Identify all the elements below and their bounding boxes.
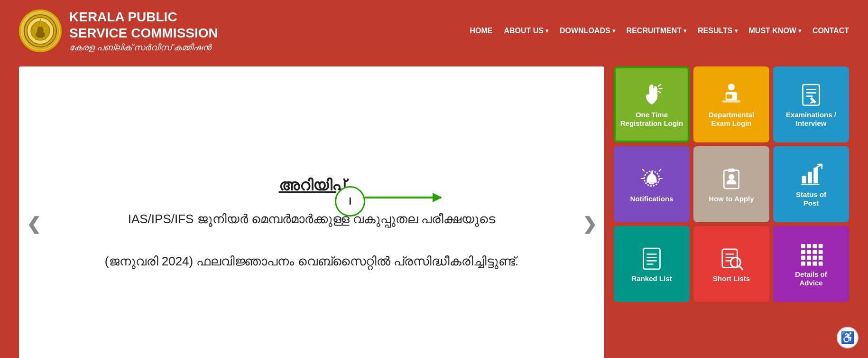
bell-icon	[638, 165, 665, 192]
svg-rect-53	[807, 250, 811, 254]
svg-line-23	[643, 170, 645, 171]
slider-next-button[interactable]: ❯	[582, 214, 597, 234]
svg-rect-30	[802, 176, 806, 184]
nav-about-us[interactable]: ABOUT US ▾	[504, 27, 548, 35]
tile-dept-label: Departmental Exam Login	[709, 111, 754, 128]
downloads-dropdown-arrow: ▾	[612, 28, 615, 34]
hand-touch-icon	[638, 81, 665, 108]
svg-rect-49	[807, 244, 811, 248]
svg-rect-54	[813, 250, 817, 254]
nav-downloads[interactable]: DOWNLOADS ▾	[560, 27, 615, 35]
emblem-inner	[21, 12, 59, 50]
tile-ranked-label: Ranked List	[631, 274, 672, 283]
tile-short-label: Short Lists	[713, 274, 750, 283]
results-dropdown-arrow: ▾	[735, 28, 738, 34]
magnifier-list-icon	[718, 245, 745, 272]
svg-rect-28	[728, 169, 735, 172]
svg-rect-12	[727, 94, 732, 99]
tile-status-label: Status of Post	[796, 190, 826, 207]
slide-content: അറിയിപ്പ് IAS/IPS/IFS ജൂനിയർ മെമ്പർമാർക്…	[105, 177, 518, 272]
svg-rect-58	[813, 256, 817, 260]
nav-contact[interactable]: CONTACT	[813, 27, 849, 35]
tile-exam-label: Examinations / Interview	[786, 111, 836, 128]
svg-line-24	[659, 170, 661, 171]
svg-rect-11	[722, 100, 741, 102]
tile-status-of-post[interactable]: Status of Post	[773, 146, 849, 222]
accessibility-button[interactable]: ♿	[837, 327, 859, 349]
tile-ranked-list[interactable]: Ranked List	[614, 226, 690, 302]
tile-advice-label: Details of Advice	[795, 270, 827, 287]
nav-must-know[interactable]: MUST KNOW ▾	[749, 27, 801, 35]
svg-rect-61	[807, 262, 811, 266]
svg-line-6	[658, 85, 661, 86]
slide-title: അറിയിപ്പ്	[105, 177, 518, 194]
tile-notifications[interactable]: Notifications	[614, 146, 690, 222]
svg-rect-31	[808, 172, 812, 184]
logo-area: KERALA PUBLIC SERVICE COMMISSION കേരള പബ…	[19, 9, 218, 53]
logo-emblem	[19, 9, 62, 52]
org-name-english: KERALA PUBLIC SERVICE COMMISSION	[69, 9, 218, 41]
checklist-icon	[798, 81, 824, 108]
site-header: KERALA PUBLIC SERVICE COMMISSION കേരള പബ…	[0, 0, 868, 62]
svg-point-5	[37, 27, 44, 33]
svg-rect-52	[801, 250, 805, 254]
content-slider: ❮ അറിയിപ്പ് IAS/IPS/IFS ജൂനിയർ മെമ്പർമാർ…	[19, 66, 604, 358]
quick-links-grid: One Time Registration Login Departmental…	[614, 66, 849, 358]
svg-rect-42	[722, 249, 738, 268]
tile-notif-label: Notifications	[630, 195, 674, 203]
nav-home[interactable]: HOME	[470, 27, 492, 35]
tile-examinations[interactable]: Examinations / Interview	[773, 66, 849, 142]
svg-rect-55	[819, 250, 823, 254]
person-desk-icon	[718, 81, 745, 108]
tile-otr-label: One Time Registration Login	[620, 111, 683, 128]
svg-rect-56	[801, 256, 805, 260]
org-name-malayalam: കേരള പബ്ലിക് സർവീസ് കമ്മീഷൻ	[69, 43, 218, 53]
svg-point-29	[729, 174, 734, 179]
org-name: KERALA PUBLIC SERVICE COMMISSION കേരള പബ…	[69, 9, 218, 53]
about-us-dropdown-arrow: ▾	[545, 28, 548, 34]
svg-rect-51	[819, 244, 823, 248]
clipboard-person-icon	[718, 165, 745, 192]
svg-rect-21	[649, 183, 655, 185]
svg-rect-37	[644, 248, 660, 269]
slide-body: IAS/IPS/IFS ജൂനിയർ മെമ്പർമാർക്കുള്ള വകുപ…	[105, 208, 518, 272]
must-know-dropdown-arrow: ▾	[798, 28, 801, 34]
svg-rect-50	[813, 244, 817, 248]
grid-dots-icon	[798, 241, 824, 267]
nav-results[interactable]: RESULTS ▾	[698, 27, 737, 35]
main-content: ❮ അറിയിപ്പ് IAS/IPS/IFS ജൂനിയർ മെമ്പർമാർ…	[0, 62, 868, 358]
svg-line-8	[658, 91, 661, 93]
recruitment-dropdown-arrow: ▾	[683, 28, 686, 34]
tile-how-to-apply[interactable]: How to Apply	[693, 146, 769, 222]
svg-rect-60	[801, 262, 805, 266]
svg-rect-63	[819, 262, 823, 266]
tile-otr-login[interactable]: One Time Registration Login	[614, 66, 690, 142]
svg-rect-62	[813, 262, 817, 266]
tile-details-of-advice[interactable]: Details of Advice	[773, 226, 849, 302]
main-nav: HOME ABOUT US ▾ DOWNLOADS ▾ RECRUITMENT …	[470, 27, 849, 35]
tile-short-lists[interactable]: Short Lists	[693, 226, 769, 302]
svg-line-47	[739, 266, 743, 270]
svg-rect-57	[807, 256, 811, 260]
svg-rect-59	[819, 256, 823, 260]
checklist-ranked-icon	[638, 245, 665, 272]
nav-recruitment[interactable]: RECRUITMENT ▾	[627, 27, 686, 35]
bar-chart-arrow-icon	[798, 161, 824, 188]
tile-departmental-exam[interactable]: Departmental Exam Login	[693, 66, 769, 142]
svg-point-9	[728, 84, 735, 90]
slider-prev-button[interactable]: ❮	[27, 214, 41, 234]
emblem-svg	[23, 14, 57, 48]
svg-rect-32	[813, 168, 818, 183]
svg-point-22	[650, 171, 653, 174]
svg-rect-48	[801, 244, 805, 248]
tile-apply-label: How to Apply	[709, 195, 754, 203]
